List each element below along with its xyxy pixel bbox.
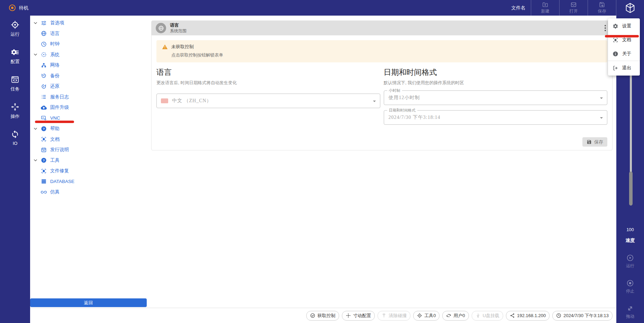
rail-item-operate[interactable]: 操作	[11, 103, 20, 120]
tree-item-simulation[interactable]: 仿真	[30, 187, 147, 198]
chip-label: 2024/7/30 下午3:18:13	[563, 313, 609, 319]
speed-slider-handle[interactable]	[629, 172, 633, 206]
save-top-button[interactable]: 保存	[588, 0, 616, 16]
tree-item-label: DATABASE	[50, 179, 74, 184]
tree-item-tools[interactable]: ? 工具	[30, 155, 147, 166]
tree-item-release-notes[interactable]: 发行说明	[30, 145, 147, 155]
drag-icon	[626, 305, 634, 312]
signal-icon	[381, 313, 387, 318]
tune-icon	[41, 20, 47, 26]
help-circle-icon: ?	[41, 126, 47, 132]
app-logo-button[interactable]	[616, 0, 644, 16]
jog-icon	[346, 313, 351, 318]
tree-item-clock[interactable]: 时钟	[30, 39, 147, 50]
logout-icon	[613, 65, 618, 71]
tree-item-label: 服务日志	[50, 94, 69, 100]
menu-item-label: 设置	[622, 23, 631, 29]
chevron-down-icon[interactable]	[33, 20, 38, 26]
datetime-section: 日期和时间格式 默认情况下, 我们使用您的操作系统的时区 小时制 使用12小时制…	[384, 67, 608, 125]
rail-item-task[interactable]: 任务	[11, 75, 20, 92]
chip-label: 工具0	[424, 313, 436, 319]
rail-item-run[interactable]: 运行	[11, 20, 20, 37]
left-rail: 运行 配置 任务 操作 IO	[0, 16, 30, 323]
panel-stop-button[interactable]: 停止	[616, 279, 644, 294]
warning-icon	[162, 44, 168, 50]
rail-item-config[interactable]: 配置	[11, 48, 20, 65]
tree-item-docs[interactable]: 文档	[30, 134, 147, 145]
menu-item-settings[interactable]: 设置	[608, 19, 640, 33]
tree-item-label: 帮助	[50, 125, 60, 132]
chevron-down-icon[interactable]	[33, 52, 38, 57]
panel-run-button[interactable]: 运行	[616, 254, 644, 269]
chevron-down-icon[interactable]	[33, 158, 38, 163]
restore-icon	[41, 84, 47, 89]
tree-item-database[interactable]: DATABASE	[30, 176, 147, 187]
menu-item-exit[interactable]: 退出	[608, 61, 640, 75]
gear-lines-icon	[11, 48, 19, 56]
tree-item-backup[interactable]: 备份	[30, 71, 147, 81]
open-button-label: 打开	[570, 8, 578, 14]
menu-item-label: 关于	[622, 51, 631, 57]
rail-item-io[interactable]: IO	[11, 130, 19, 146]
chevron-down-icon	[598, 95, 605, 102]
stop-circle-icon	[626, 279, 634, 287]
lan-icon	[41, 62, 47, 68]
infinity-icon	[41, 189, 47, 195]
menu-item-about[interactable]: 关于	[608, 47, 640, 61]
chip-tool0[interactable]: 工具0	[413, 311, 439, 321]
top-bar-right: 文件名 新建 打开 保存	[511, 0, 644, 16]
open-button[interactable]: 打开	[559, 0, 588, 16]
speed-label: 速度	[616, 237, 644, 244]
save-button[interactable]: 保存	[582, 137, 607, 147]
doc-scan-icon	[41, 136, 47, 142]
chevron-down-icon[interactable]	[33, 126, 38, 131]
tree-item-label: 固件升级	[50, 104, 69, 111]
tree-item-label: 文档	[50, 136, 60, 142]
chip-user0[interactable]: 用户0	[442, 311, 469, 321]
tree-item-file-repair[interactable]: 文件修复	[30, 166, 147, 176]
datetime-format-select[interactable]: 日期和时间格式 2024/7/30 下午3:18:14	[384, 110, 608, 125]
chip-get-control[interactable]: 获取控制	[306, 311, 339, 321]
tree-item-help[interactable]: ? 帮助	[30, 123, 147, 134]
chip-jog-config[interactable]: 寸动配置	[342, 311, 375, 321]
save-button-label: 保存	[594, 139, 603, 145]
back-button[interactable]: 返回	[30, 298, 147, 307]
tree-item-preferences[interactable]: 首选项	[30, 18, 147, 28]
help-circle-icon: ?	[41, 157, 47, 163]
status-ring-icon	[9, 5, 16, 11]
language-select-value: 中文 （ZH_CN）	[172, 98, 212, 104]
top-bar: 待机 文件名 新建 打开 保存	[0, 0, 644, 16]
tree-item-label: 文件修复	[50, 168, 69, 174]
chip-datetime[interactable]: 2024/7/30 下午3:18:13	[552, 311, 613, 321]
vnc-icon	[41, 115, 47, 121]
language-select[interactable]: 中文 （ZH_CN）	[156, 94, 380, 108]
doc-scan-icon	[613, 37, 618, 43]
new-button[interactable]: 新建	[531, 0, 559, 16]
list-log-icon	[41, 94, 47, 100]
tree-item-network[interactable]: 网络	[30, 60, 147, 71]
tree-item-firmware[interactable]: 固件升级	[30, 102, 147, 113]
database-icon	[41, 178, 47, 184]
annotation-underline-settings	[605, 35, 639, 37]
chip-label: 清除碰撞	[389, 313, 407, 319]
tree-item-service-log[interactable]: 服务日志	[30, 92, 147, 103]
card-header: 语言 系统范围	[152, 21, 612, 35]
annotation-underline-vnc	[35, 121, 74, 123]
floppy-icon	[587, 139, 592, 145]
svg-text:?: ?	[43, 158, 45, 162]
panel-drag-button[interactable]: 拖动	[616, 305, 644, 320]
chip-ip-address[interactable]: 192.168.1.200	[506, 311, 550, 321]
clock-icon	[556, 313, 561, 318]
globe-icon	[41, 30, 47, 36]
language-section: 语言 更改语言后, 时间日期格式将自动发生变化 中文 （ZH_CN）	[156, 67, 380, 125]
datetime-heading: 日期和时间格式	[384, 67, 608, 78]
tree-item-system[interactable]: 系统	[30, 50, 147, 60]
info-icon	[613, 51, 618, 57]
tree-item-language[interactable]: 语言	[30, 28, 147, 39]
warning-subtitle: 点击获取控制按钮解锁表单	[171, 52, 602, 58]
globe-icon	[158, 25, 164, 31]
gear-icon	[613, 23, 618, 29]
hour-format-select[interactable]: 小时制 使用12小时制	[384, 90, 608, 105]
tree-item-restore[interactable]: 还原	[30, 81, 147, 92]
backup-icon	[41, 73, 47, 79]
